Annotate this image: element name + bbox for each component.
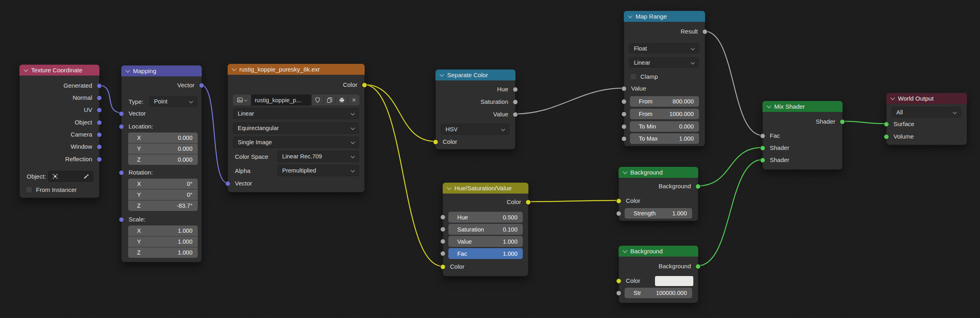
socket-in-fac[interactable] bbox=[440, 251, 446, 256]
dropdown-data-type[interactable]: Float bbox=[629, 43, 699, 53]
collapse-icon[interactable] bbox=[232, 66, 236, 71]
slider-to-min[interactable]: To Min0.000 bbox=[630, 121, 699, 132]
collapse-icon[interactable] bbox=[439, 72, 444, 76]
collapse-icon[interactable] bbox=[447, 185, 451, 190]
socket-out-background[interactable] bbox=[695, 264, 701, 269]
node-header-separate-color[interactable]: Separate Color bbox=[435, 69, 515, 80]
slider-hue[interactable]: Hue0.500 bbox=[448, 212, 523, 223]
socket-in-color[interactable] bbox=[440, 264, 446, 270]
socket-in-hue[interactable] bbox=[440, 215, 446, 220]
node-header-map-range[interactable]: Map Range bbox=[624, 11, 705, 22]
copy-image-button[interactable] bbox=[323, 95, 336, 105]
rotation-y[interactable]: Y0° bbox=[128, 190, 198, 200]
socket-out-color[interactable] bbox=[362, 82, 367, 88]
socket-in-shader[interactable] bbox=[760, 145, 765, 151]
socket-in-from[interactable] bbox=[621, 99, 627, 104]
collapse-icon[interactable] bbox=[623, 248, 627, 253]
dropdown-color-space[interactable]: Linear Rec.709 bbox=[277, 151, 359, 162]
socket-out-uv[interactable] bbox=[97, 107, 102, 113]
dropdown-projection[interactable]: Equirectangular bbox=[233, 122, 359, 134]
slider-value[interactable]: Value1.000 bbox=[448, 236, 523, 247]
slider-str[interactable]: Str100000.000 bbox=[625, 288, 692, 298]
scale-x[interactable]: X1.000 bbox=[128, 225, 198, 236]
socket-in-value[interactable] bbox=[621, 86, 627, 91]
checkbox-clamp[interactable] bbox=[630, 73, 637, 80]
pack-image-button[interactable] bbox=[336, 95, 348, 105]
socket-out-reflection[interactable] bbox=[97, 157, 102, 162]
socket-in-color[interactable] bbox=[433, 139, 438, 145]
socket-in-scale[interactable] bbox=[119, 217, 124, 222]
collapse-icon[interactable] bbox=[623, 169, 627, 174]
socket-in-strength[interactable] bbox=[616, 211, 621, 216]
socket-out-vector[interactable] bbox=[199, 83, 204, 88]
checkbox-from-instancer[interactable] bbox=[25, 186, 32, 193]
socket-in-shader[interactable] bbox=[760, 158, 765, 163]
socket-out-value[interactable] bbox=[513, 112, 518, 117]
socket-out-generated[interactable] bbox=[97, 83, 102, 88]
socket-in-rotation[interactable] bbox=[119, 170, 124, 175]
node-header-background-1[interactable]: Background bbox=[619, 167, 698, 178]
collapse-icon[interactable] bbox=[890, 95, 895, 100]
socket-in-surface[interactable] bbox=[884, 122, 889, 127]
socket-in-to-max[interactable] bbox=[621, 136, 627, 141]
socket-in-to-min[interactable] bbox=[621, 124, 627, 129]
socket-in-volume[interactable] bbox=[884, 134, 889, 139]
socket-in-vector[interactable] bbox=[119, 111, 124, 116]
dropdown-source[interactable]: Single Image bbox=[233, 137, 359, 148]
socket-in-fac[interactable] bbox=[760, 133, 765, 139]
color-swatch[interactable] bbox=[655, 276, 694, 286]
slider-to-max[interactable]: To Max1.000 bbox=[630, 133, 699, 144]
image-name-field[interactable]: rustig_koppie_p... bbox=[251, 95, 311, 105]
socket-out-hue[interactable] bbox=[513, 87, 518, 92]
unlink-image-button[interactable] bbox=[348, 95, 359, 105]
rotation-x[interactable]: X0° bbox=[128, 179, 198, 189]
dropdown-target[interactable]: All bbox=[891, 107, 961, 118]
socket-out-normal[interactable] bbox=[97, 95, 102, 101]
socket-in-vector[interactable] bbox=[225, 181, 230, 186]
fake-user-button[interactable] bbox=[311, 95, 323, 105]
node-header-mix-shader[interactable]: Mix Shader bbox=[762, 101, 843, 112]
node-header-texture-coordinate[interactable]: Texture Coordinate bbox=[19, 65, 99, 76]
dropdown-mode[interactable]: HSV bbox=[441, 124, 509, 135]
socket-in-saturation[interactable] bbox=[440, 227, 446, 232]
socket-out-shader[interactable] bbox=[840, 119, 845, 124]
scale-z[interactable]: Z1.000 bbox=[128, 247, 198, 258]
socket-out-object[interactable] bbox=[97, 120, 102, 125]
socket-in-color[interactable] bbox=[616, 198, 621, 204]
socket-in-color[interactable] bbox=[616, 278, 621, 284]
socket-out-background[interactable] bbox=[695, 184, 701, 189]
slider-fac[interactable]: Fac1.000 bbox=[448, 248, 523, 259]
node-header-environment-texture[interactable]: rustig_koppie_puresky_8k.exr bbox=[228, 64, 365, 75]
socket-in-from[interactable] bbox=[621, 112, 627, 117]
socket-out-color[interactable] bbox=[526, 200, 531, 205]
node-editor-canvas[interactable]: Texture CoordinateGeneratedNormalUVObjec… bbox=[0, 0, 980, 318]
dropdown-type[interactable]: Point bbox=[149, 96, 197, 107]
socket-in-location[interactable] bbox=[119, 124, 124, 129]
collapse-icon[interactable] bbox=[125, 68, 130, 72]
location-x[interactable]: X0.000 bbox=[128, 133, 198, 143]
slider-strength[interactable]: Strength1.000 bbox=[625, 208, 692, 219]
node-header-background-2[interactable]: Background bbox=[619, 246, 698, 257]
socket-in-str[interactable] bbox=[616, 291, 621, 296]
slider-saturation[interactable]: Saturation0.100 bbox=[448, 224, 523, 235]
socket-in-value[interactable] bbox=[440, 239, 446, 244]
dropdown-alpha[interactable]: Premultiplied bbox=[277, 165, 359, 176]
collapse-icon[interactable] bbox=[23, 67, 28, 72]
socket-out-result[interactable] bbox=[702, 29, 708, 34]
node-header-hue-saturation-value[interactable]: Hue/Saturation/Value bbox=[443, 183, 528, 194]
node-header-mapping[interactable]: Mapping bbox=[121, 65, 202, 76]
slider-from[interactable]: From1000.000 bbox=[630, 109, 699, 119]
node-header-world-output[interactable]: World Output bbox=[886, 93, 967, 104]
scale-y[interactable]: Y1.000 bbox=[128, 236, 198, 247]
object-selector-field[interactable] bbox=[48, 171, 93, 182]
socket-out-window[interactable] bbox=[97, 144, 102, 150]
slider-from[interactable]: From800.000 bbox=[630, 96, 699, 107]
rotation-z[interactable]: Z-83.7° bbox=[128, 200, 198, 211]
collapse-icon[interactable] bbox=[767, 103, 771, 108]
location-y[interactable]: Y0.000 bbox=[128, 143, 198, 154]
dropdown-interpolation[interactable]: Linear bbox=[629, 57, 699, 67]
socket-out-saturation[interactable] bbox=[513, 99, 518, 105]
image-browse-button[interactable] bbox=[233, 95, 251, 105]
socket-out-camera[interactable] bbox=[97, 132, 102, 137]
dropdown-interpolation[interactable]: Linear bbox=[233, 108, 359, 119]
